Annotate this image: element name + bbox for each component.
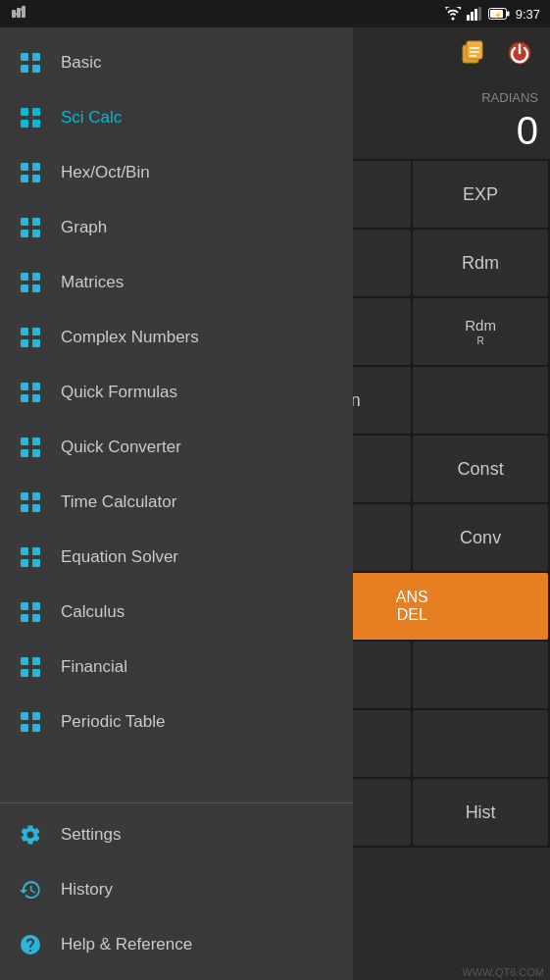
svg-rect-26 xyxy=(21,163,28,171)
drawer-item-matrices[interactable]: Matrices xyxy=(0,255,353,310)
svg-rect-5 xyxy=(471,12,474,21)
svg-rect-10 xyxy=(507,12,510,17)
drawer-label-basic: Basic xyxy=(61,53,102,73)
calc-icon-graph xyxy=(16,213,45,242)
svg-rect-28 xyxy=(32,163,40,171)
navigation-drawer: Basic Sci Calc Hex/Oct/Bin Graph Matrice xyxy=(0,27,353,980)
calc-icon-hex xyxy=(16,158,45,187)
drawer-label-settings: Settings xyxy=(61,825,121,845)
svg-rect-6 xyxy=(475,9,477,21)
status-left xyxy=(10,4,29,24)
svg-rect-42 xyxy=(21,383,28,390)
btn-empty13[interactable] xyxy=(413,710,548,777)
svg-rect-22 xyxy=(21,108,28,116)
svg-rect-4 xyxy=(467,15,470,21)
svg-rect-51 xyxy=(21,504,28,512)
drawer-item-financial[interactable]: Financial xyxy=(0,640,353,695)
svg-rect-44 xyxy=(32,383,40,390)
drawer-item-time-calculator[interactable]: Time Calculator xyxy=(0,475,353,530)
drawer-item-help-reference[interactable]: Help & Reference xyxy=(0,917,353,972)
svg-rect-62 xyxy=(21,657,28,665)
calc-icon-equation xyxy=(16,542,45,572)
svg-rect-34 xyxy=(21,273,28,281)
svg-rect-41 xyxy=(32,339,40,347)
svg-rect-57 xyxy=(32,559,40,567)
svg-rect-18 xyxy=(21,53,28,61)
drawer-label-equation: Equation Solver xyxy=(61,547,178,567)
svg-rect-61 xyxy=(32,614,40,622)
svg-rect-47 xyxy=(21,449,28,457)
drawer-label-hex: Hex/Oct/Bin xyxy=(61,163,150,182)
battery-icon: ⚡ xyxy=(488,8,510,20)
svg-rect-63 xyxy=(21,669,28,677)
svg-rect-46 xyxy=(21,438,28,445)
svg-rect-48 xyxy=(32,438,40,445)
drawer-label-history: History xyxy=(61,880,113,900)
svg-rect-19 xyxy=(21,65,28,73)
drawer-item-periodic-table[interactable]: Periodic Table xyxy=(0,695,353,749)
calc-icon-formulas xyxy=(16,378,45,407)
calc-icon-converter xyxy=(16,433,45,462)
drawer-items-list: Basic Sci Calc Hex/Oct/Bin Graph Matrice xyxy=(0,27,353,799)
drawer-label-time: Time Calculator xyxy=(61,492,176,512)
drawer-item-calculus[interactable]: Calculus xyxy=(0,585,353,640)
svg-rect-23 xyxy=(21,120,28,128)
signal-icon xyxy=(467,7,482,21)
drawer-label-complex: Complex Numbers xyxy=(61,328,199,347)
calc-icon-periodic xyxy=(16,707,45,737)
drawer-label-financial: Financial xyxy=(61,657,127,677)
drawer-item-graph[interactable]: Graph xyxy=(0,200,353,255)
drawer-item-sci-calc[interactable]: Sci Calc xyxy=(0,90,353,145)
svg-rect-59 xyxy=(21,614,28,622)
svg-rect-32 xyxy=(32,218,40,226)
svg-rect-67 xyxy=(21,724,28,732)
copy-button[interactable] xyxy=(454,34,491,72)
svg-rect-55 xyxy=(21,559,28,567)
btn-empty11[interactable] xyxy=(413,642,548,708)
btn-conv[interactable]: Conv xyxy=(413,504,548,571)
svg-rect-31 xyxy=(21,230,28,237)
btn-rdm-r[interactable]: RdmR xyxy=(413,298,548,365)
btn-const[interactable]: Const xyxy=(413,436,548,502)
drawer-item-settings[interactable]: Settings xyxy=(0,807,353,862)
svg-rect-38 xyxy=(21,328,28,335)
drawer-item-basic[interactable]: Basic xyxy=(0,35,353,90)
btn-exp[interactable]: EXP xyxy=(413,161,548,228)
drawer-label-formulas: Quick Formulas xyxy=(61,383,177,402)
drawer-item-quick-converter[interactable]: Quick Converter xyxy=(0,420,353,475)
svg-rect-39 xyxy=(21,339,28,347)
svg-rect-69 xyxy=(32,724,40,732)
status-bar: ⚡ 9:37 xyxy=(0,0,550,27)
btn-hist[interactable]: Hist xyxy=(413,779,548,846)
drawer-item-hex-oct-bin[interactable]: Hex/Oct/Bin xyxy=(0,145,353,200)
drawer-label-graph: Graph xyxy=(61,218,107,237)
drawer-item-quick-formulas[interactable]: Quick Formulas xyxy=(0,365,353,420)
power-button[interactable] xyxy=(501,34,538,72)
drawer-item-equation-solver[interactable]: Equation Solver xyxy=(0,530,353,585)
svg-rect-54 xyxy=(21,547,28,555)
btn-rdm[interactable]: Rdm xyxy=(413,230,548,296)
history-icon xyxy=(16,875,45,904)
svg-rect-56 xyxy=(32,547,40,555)
svg-rect-25 xyxy=(32,120,40,128)
drawer-label-help: Help & Reference xyxy=(61,935,192,954)
calc-icon-financial xyxy=(16,652,45,682)
btn-empty4[interactable] xyxy=(413,367,548,434)
calc-icon-sci-calc xyxy=(16,103,45,132)
status-right: ⚡ 9:37 xyxy=(445,7,540,22)
svg-rect-20 xyxy=(32,53,40,61)
drawer-label-sci-calc: Sci Calc xyxy=(61,108,122,128)
drawer-item-complex-numbers[interactable]: Complex Numbers xyxy=(0,310,353,365)
svg-rect-66 xyxy=(21,712,28,720)
svg-rect-33 xyxy=(32,230,40,237)
svg-rect-30 xyxy=(21,218,28,226)
svg-rect-36 xyxy=(32,273,40,281)
svg-rect-21 xyxy=(32,65,40,73)
wifi-icon xyxy=(445,7,461,21)
svg-rect-50 xyxy=(21,492,28,500)
svg-rect-35 xyxy=(21,284,28,292)
drawer-item-history[interactable]: History xyxy=(0,862,353,917)
calc-icon-time xyxy=(16,488,45,517)
calc-icon-calculus xyxy=(16,597,45,627)
svg-rect-53 xyxy=(32,504,40,512)
